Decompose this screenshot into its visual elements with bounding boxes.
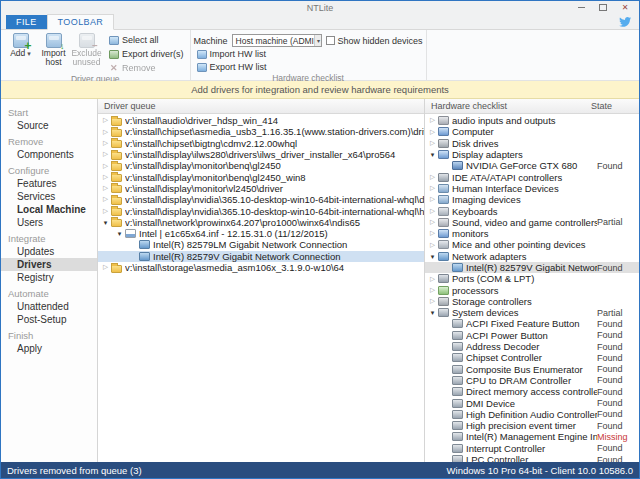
expand-icon[interactable]: ▷ [427, 242, 438, 249]
tab-file[interactable]: FILE [6, 15, 47, 29]
hw-network-adapters[interactable]: ▾ Network adapters [425, 251, 639, 262]
hw-storage-controllers[interactable]: ▷ Storage controllers [425, 296, 639, 307]
sidebar-services[interactable]: Services [1, 190, 97, 203]
expand-icon[interactable]: ▷ [427, 196, 438, 203]
expand-icon[interactable]: ▷ [427, 174, 438, 181]
expand-icon[interactable]: ▷ [427, 129, 438, 136]
hw-intel-r-82579v-gigabit-network-connectio[interactable]: Intel(R) 82579V Gigabit Network Connecti… [425, 262, 639, 273]
select-all-button[interactable]: Select all [106, 34, 187, 46]
expand-icon[interactable]: ▷ [100, 208, 111, 215]
hw-mice-and-other-pointing-devices[interactable]: ▷ Mice and other pointing devices [425, 239, 639, 250]
driver-v-install-display-monitor-vl2450-driver[interactable]: ▷ v:\install\display\monitor\vl2450\driv… [98, 183, 424, 194]
sidebar-components[interactable]: Components [1, 148, 97, 161]
hw-sound-video-and-game-controllers[interactable]: ▷ Sound, video and game controllers Part… [425, 217, 639, 228]
expand-icon[interactable]: ▾ [427, 253, 438, 260]
sidebar-apply[interactable]: Apply [1, 342, 97, 355]
minimize-icon[interactable] [576, 3, 586, 13]
sidebar-unattended[interactable]: Unattended [1, 300, 97, 313]
twitter-icon[interactable] [618, 16, 632, 28]
expand-icon[interactable]: ▷ [427, 140, 438, 147]
close-icon[interactable] [620, 3, 630, 13]
show-hidden-checkbox[interactable]: Show hidden devices [326, 36, 423, 46]
hw-high-precision-event-timer[interactable]: High precision event timer Found [425, 420, 639, 431]
hw-disk-drives[interactable]: ▷ Disk drives [425, 138, 639, 149]
sidebar-source[interactable]: Source [1, 119, 97, 132]
state-column-header[interactable]: State [591, 101, 633, 111]
driver-v-install-chipset-asmedia-usb3-1-16-35-1[interactable]: ▷ v:\install\chipset\asmedia_usb3_1.16.3… [98, 126, 424, 137]
expand-icon[interactable]: ▷ [427, 117, 438, 124]
hw-acpi-power-button[interactable]: ACPI Power Button Found [425, 330, 639, 341]
expand-icon[interactable]: ▷ [427, 287, 438, 294]
expand-icon[interactable]: ▷ [427, 208, 438, 215]
driver-v-install-display-monitor-benq-gl2450[interactable]: ▷ v:\install\display\monitor\benq\gl2450 [98, 160, 424, 171]
hw-dmi-device[interactable]: DMI Device Found [425, 397, 639, 408]
export-hw-list-button[interactable]: Export HW list [194, 61, 423, 73]
hw-human-interface-devices[interactable]: ▷ Human Interface Devices [425, 183, 639, 194]
hw-system-devices[interactable]: ▾ System devices Partial [425, 307, 639, 318]
tab-toolbar[interactable]: TOOLBAR [47, 14, 115, 30]
driver-intel-e1c65x64-inf-12-15-31-0-11-12-2015[interactable]: ▾ Intel | e1c65x64.inf - 12.15.31.0 (11/… [98, 228, 424, 239]
driver-v-install-display-nvidia-365-10-desktop-[interactable]: ▷ v:\install\display\nvidia\365.10-deskt… [98, 205, 424, 216]
hw-processors[interactable]: ▷ processors [425, 284, 639, 295]
hw-keyboards[interactable]: ▷ Keyboards [425, 205, 639, 216]
sidebar-drivers[interactable]: Drivers [1, 258, 97, 271]
sidebar-features[interactable]: Features [1, 177, 97, 190]
hw-monitors[interactable]: ▷ monitors [425, 228, 639, 239]
driver-v-install-network-prowinx64-207-pro1000-[interactable]: ▾ v:\install\network\prowinx64.207\pro10… [98, 217, 424, 228]
expand-icon[interactable]: ▾ [427, 309, 438, 316]
expand-icon[interactable]: ▾ [100, 219, 111, 226]
expand-icon[interactable]: ▷ [100, 185, 111, 192]
export-drivers-button[interactable]: Export driver(s) [106, 48, 187, 60]
hw-direct-memory-access-controller[interactable]: Direct memory access controller Found [425, 386, 639, 397]
expand-icon[interactable]: ▷ [100, 163, 111, 170]
expand-icon[interactable]: ▷ [100, 117, 111, 124]
sidebar-registry[interactable]: Registry [1, 271, 97, 284]
expand-icon[interactable]: ▷ [100, 196, 111, 203]
hw-ports-com-lpt[interactable]: ▷ Ports (COM & LPT) [425, 273, 639, 284]
import-host-button[interactable]: Import host [37, 31, 70, 70]
hw-ide-ata-atapi-controllers[interactable]: ▷ IDE ATA/ATAPI controllers [425, 171, 639, 182]
expand-icon[interactable]: ▷ [427, 185, 438, 192]
hw-interrupt-controller[interactable]: Interrupt Controller Found [425, 443, 639, 454]
hw-acpi-fixed-feature-button[interactable]: ACPI Fixed Feature Button Found [425, 318, 639, 329]
hw-chipset-controller[interactable]: Chipset Controller Found [425, 352, 639, 363]
sidebar-updates[interactable]: Updates [1, 245, 97, 258]
hw-computer[interactable]: ▷ Computer [425, 126, 639, 137]
expand-icon[interactable]: ▷ [427, 276, 438, 283]
sidebar-local-machine[interactable]: Local Machine [1, 203, 97, 216]
driver-v-install-storage-asmedia-asm106x-3-1-9-[interactable]: ▷ v:\install\storage\asmedia_asm106x_3.1… [98, 262, 424, 273]
hw-composite-bus-enumerator[interactable]: Composite Bus Enumerator Found [425, 364, 639, 375]
expand-icon[interactable]: ▷ [427, 298, 438, 305]
driver-v-install-audio-driver-hdsp-win-414[interactable]: ▷ v:\install\audio\driver_hdsp_win_414 [98, 115, 424, 126]
add-button[interactable]: Add▾ [4, 31, 37, 60]
hw-imaging-devices[interactable]: ▷ Imaging devices [425, 194, 639, 205]
driver-v-install-display-ilws280-drivers-ilws-d[interactable]: ▷ v:\install\display\ilws280\drivers\ilw… [98, 149, 424, 160]
import-hw-list-button[interactable]: Import HW list [194, 48, 423, 60]
expand-icon[interactable]: ▷ [100, 264, 111, 271]
expand-icon[interactable]: ▷ [100, 174, 111, 181]
machine-select[interactable]: Host machine (ADMI ▾ [232, 34, 322, 47]
expand-icon[interactable]: ▷ [100, 140, 111, 147]
expand-icon[interactable]: ▷ [100, 151, 111, 158]
expand-icon[interactable]: ▾ [114, 230, 125, 237]
hw-display-adapters[interactable]: ▾ Display adapters [425, 149, 639, 160]
hw-lpc-controller[interactable]: LPC Controller Found [425, 454, 639, 462]
sidebar-users[interactable]: Users [1, 216, 97, 229]
maximize-icon[interactable] [598, 3, 608, 13]
expand-icon[interactable]: ▷ [100, 129, 111, 136]
driver-v-install-display-monitor-benq-gl2450-wi[interactable]: ▷ v:\install\display\monitor\benq\gl2450… [98, 171, 424, 182]
hw-cpu-to-dram-controller[interactable]: CPU to DRAM Controller Found [425, 375, 639, 386]
hardware-header-label[interactable]: Hardware checklist [431, 101, 507, 111]
expand-icon[interactable]: ▷ [427, 230, 438, 237]
driver-intel-r-82579v-gigabit-network-connectio[interactable]: Intel(R) 82579V Gigabit Network Connecti… [98, 251, 424, 262]
sidebar-post-setup[interactable]: Post-Setup [1, 313, 97, 326]
hw-intel-r-management-engine-interface[interactable]: Intel(R) Management Engine Interface Mis… [425, 431, 639, 442]
hw-nvidia-geforce-gtx-680[interactable]: NVIDIA GeForce GTX 680 Found [425, 160, 639, 171]
hw-audio-inputs-and-outputs[interactable]: ▷ audio inputs and outputs [425, 115, 639, 126]
expand-icon[interactable]: ▾ [427, 151, 438, 158]
hw-address-decoder[interactable]: Address Decoder Found [425, 341, 639, 352]
driver-v-install-display-nvidia-365-10-desktop-[interactable]: ▷ v:\install\display\nvidia\365.10-deskt… [98, 194, 424, 205]
expand-icon[interactable]: ▷ [427, 219, 438, 226]
driver-v-install-chipset-bigtng-cdmv2-12-00whql[interactable]: ▷ v:\install\chipset\bigtng\cdmv2.12.00w… [98, 138, 424, 149]
driver-intel-r-82579lm-gigabit-network-connecti[interactable]: Intel(R) 82579LM Gigabit Network Connect… [98, 239, 424, 250]
